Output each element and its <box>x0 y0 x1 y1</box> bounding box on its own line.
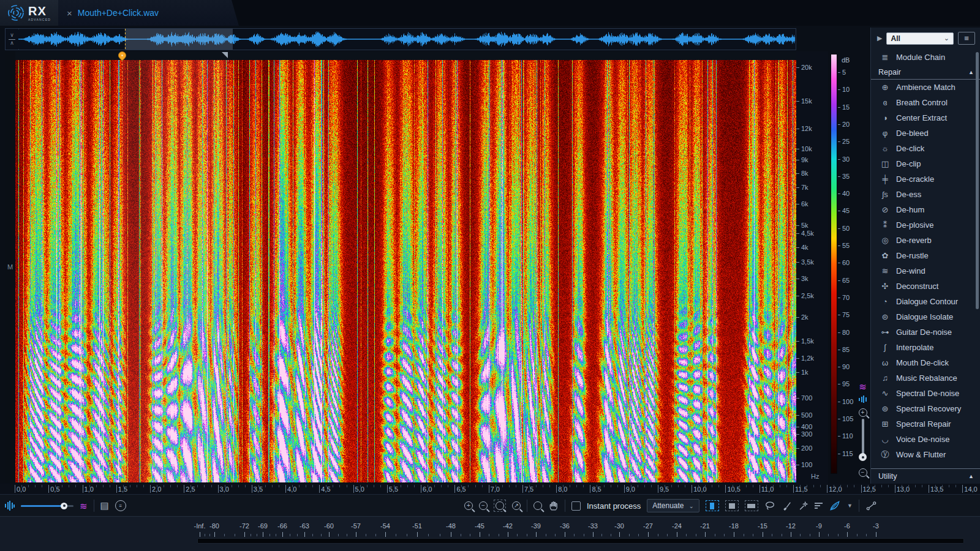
module-item-mouth-de-click[interactable]: ωMouth De-click <box>871 355 980 370</box>
waveform-overview[interactable]: ∨ ∧ <box>5 28 796 50</box>
frequency-selection-tool[interactable] <box>745 500 758 511</box>
zoom-selection-button[interactable] <box>494 500 506 512</box>
comment-bubble-icon[interactable]: ≡ <box>115 500 126 511</box>
frequency-tick <box>796 398 799 399</box>
module-panel-scrollbar[interactable] <box>976 52 979 309</box>
vertical-zoom-slider-knob[interactable] <box>859 453 867 461</box>
zoom-reset-button[interactable]: ↗ <box>512 501 521 510</box>
feather-brush-icon[interactable] <box>829 500 841 511</box>
process-mode-dropdown[interactable]: Attenuate ⌄ <box>647 499 699 512</box>
meter-minor-tick <box>209 534 210 536</box>
frequency-tick <box>796 129 799 129</box>
frequency-tick <box>796 465 799 465</box>
overview-selection-highlight[interactable] <box>125 29 233 50</box>
meter-minor-tick <box>517 534 518 536</box>
module-item-de-reverb[interactable]: ◎De-reverb <box>871 233 980 248</box>
module-item-dialogue-isolate[interactable]: ⊜Dialogue Isolate <box>871 309 980 324</box>
slider-knob[interactable] <box>61 503 67 509</box>
module-item-label: De-ess <box>896 190 921 199</box>
spectrogram-display-icon[interactable]: ≋ <box>80 501 88 511</box>
document-info-icon[interactable]: ▤ <box>100 500 109 511</box>
waveform-display-icon[interactable] <box>5 501 15 511</box>
time-minor-tick <box>698 485 699 487</box>
module-item-guitar-de-noise[interactable]: ⊶Guitar De-noise <box>871 324 980 340</box>
module-item-deconstruct[interactable]: ✣Deconstruct <box>871 279 980 294</box>
meter-tick <box>847 532 848 537</box>
chevron-down-icon: ⌄ <box>944 34 949 42</box>
time-minor-tick <box>807 485 807 487</box>
time-minor-tick <box>631 485 631 487</box>
meter-scale-label: -18 <box>729 522 739 530</box>
module-item-spectral-repair[interactable]: ⊞Spectral Repair <box>871 416 980 432</box>
module-item-de-clip[interactable]: ◫De-clip <box>871 156 980 171</box>
spectrogram-canvas[interactable] <box>15 60 796 482</box>
module-item-de-wind[interactable]: ≋De-wind <box>871 263 980 279</box>
db-tick-label: 25 <box>842 138 850 145</box>
collapse-icon: ▲ <box>968 69 974 75</box>
meter-scale-label: -60 <box>324 522 334 530</box>
module-menu-button[interactable]: ≡ <box>958 32 975 45</box>
magic-wand-tool-icon[interactable] <box>798 501 809 511</box>
time-minor-tick <box>428 485 428 487</box>
module-item-music-rebalance[interactable]: ♫Music Rebalance <box>871 370 980 386</box>
frequency-tick <box>796 372 799 373</box>
module-chain-item[interactable]: ≣ Module Chain <box>871 48 980 66</box>
time-minor-tick <box>407 485 408 487</box>
module-item-breath-control[interactable]: ɞBreath Control <box>871 95 980 110</box>
module-item-wow-flutter[interactable]: ⓨWow & Flutter <box>871 447 980 462</box>
amplitude-lines-tool-icon[interactable] <box>815 501 823 510</box>
module-item-interpolate[interactable]: ∫Interpolate <box>871 340 980 355</box>
zoom-out-button[interactable]: − <box>479 501 488 510</box>
module-item-de-plosive[interactable]: ⁑De-plosive <box>871 217 980 233</box>
lasso-tool-icon[interactable] <box>764 501 775 511</box>
db-tick-label: 115 <box>842 450 853 457</box>
connect-nodes-tool-icon[interactable] <box>865 501 877 511</box>
module-item-center-extract[interactable]: ◑Center Extract <box>871 110 980 126</box>
time-minor-tick <box>157 485 157 487</box>
overview-collapse-control[interactable]: ∨ ∧ <box>6 29 19 50</box>
module-filter-dropdown[interactable]: All ⌄ <box>886 32 954 45</box>
zoom-in-button[interactable]: + <box>464 501 473 510</box>
feather-dropdown-icon[interactable]: ▼ <box>847 503 853 509</box>
module-item-voice-de-noise[interactable]: ◡Voice De-noise <box>871 432 980 447</box>
time-tick <box>793 485 794 493</box>
section-header-utility[interactable]: Utility ▲ <box>871 468 980 484</box>
module-item-spectral-de-noise[interactable]: ∿Spectral De-noise <box>871 386 980 401</box>
module-item-de-hum[interactable]: ⊘De-hum <box>871 202 980 217</box>
time-ruler[interactable]: 0,00,51,01,52,02,53,03,54,04,55,05,56,06… <box>0 484 980 494</box>
vertical-zoom-out-button[interactable]: − <box>855 467 870 478</box>
meter-minor-tick <box>396 534 396 536</box>
play-preview-icon[interactable]: ▶ <box>877 34 882 42</box>
module-item-de-rustle[interactable]: ✿De-rustle <box>871 248 980 263</box>
time-minor-tick <box>875 485 875 487</box>
time-minor-tick <box>401 485 401 487</box>
vertical-zoom-slider-track[interactable] <box>862 419 864 457</box>
module-item-dialogue-contour[interactable]: ◔Dialogue Contour <box>871 294 980 309</box>
frequency-tick <box>796 233 799 234</box>
meter-tick <box>677 532 677 537</box>
tab-close-icon[interactable]: × <box>67 8 72 18</box>
selection-end-marker[interactable] <box>222 52 228 58</box>
time-frequency-selection-tool[interactable] <box>725 500 739 511</box>
module-item-de-ess[interactable]: ʃsDe-ess <box>871 187 980 202</box>
frequency-tick <box>796 173 799 174</box>
section-header-repair[interactable]: Repair ▲ <box>871 66 980 80</box>
module-item-de-click[interactable]: ☼De-click <box>871 141 980 156</box>
module-item-de-crackle[interactable]: ╪De-crackle <box>871 171 980 187</box>
spectrogram-view-icon[interactable]: ≋ <box>855 382 870 391</box>
time-minor-tick <box>617 485 618 487</box>
chevron-down-icon: ⌄ <box>689 503 694 509</box>
module-item-de-bleed[interactable]: φDe-bleed <box>871 126 980 141</box>
module-item-spectral-recovery[interactable]: ⊚Spectral Recovery <box>871 401 980 416</box>
time-minor-tick <box>888 485 889 487</box>
instant-process-checkbox[interactable] <box>571 501 581 511</box>
file-tab[interactable]: × Mouth+De+Click.wav <box>58 0 239 26</box>
meter-tick <box>451 532 451 537</box>
spectrogram-opacity-slider[interactable] <box>21 502 74 509</box>
module-item-ambience-match[interactable]: ⊕Ambience Match <box>871 80 980 95</box>
hand-tool-icon[interactable] <box>548 501 559 511</box>
vertical-zoom-in-button[interactable]: + <box>855 407 870 418</box>
brush-tool-icon[interactable] <box>782 501 792 511</box>
time-selection-tool[interactable] <box>706 500 719 511</box>
zoom-tool-button[interactable] <box>533 501 542 510</box>
